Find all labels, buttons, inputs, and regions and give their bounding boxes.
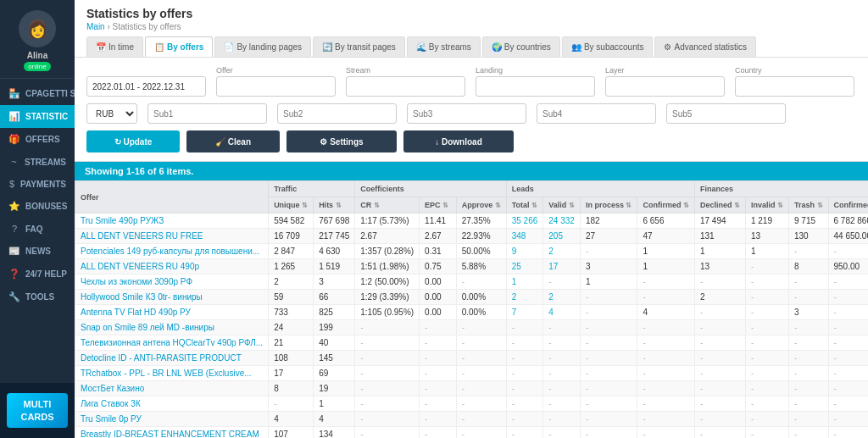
tab-by-countries[interactable]: 🌍 By countries: [482, 36, 560, 57]
sub2-input[interactable]: [277, 103, 397, 124]
sidebar-item-news[interactable]: 📰 NEWS: [0, 240, 75, 263]
col-trash[interactable]: Trash ⇅: [788, 197, 828, 213]
sidebar-item-payments[interactable]: $ PAYMENTS: [0, 173, 75, 195]
sidebar-item-streams[interactable]: ~ STREAMS: [0, 151, 75, 173]
country-group: Country: [735, 66, 854, 97]
col-valid[interactable]: Valid ⇅: [543, 197, 581, 213]
table-row: Detocline ID - ANTI-PARASITE PRODUCT1081…: [75, 351, 869, 366]
tab-by-transit-pages[interactable]: 🔄 By transit pages: [313, 36, 405, 57]
sub3-input[interactable]: [407, 103, 526, 124]
page-header: Statistics by offers Main › Statistics b…: [75, 0, 868, 58]
offer-cell[interactable]: Detocline ID - ANTI-PARASITE PRODUCT: [75, 351, 269, 366]
sub5-input[interactable]: [666, 103, 786, 124]
date-range-input[interactable]: [86, 76, 206, 97]
invalid-cell: -: [745, 381, 788, 396]
declined-cell: 1: [694, 244, 745, 259]
invalid-cell: 13: [745, 229, 788, 244]
offer-cell[interactable]: ALL DENT VENEERS RU FREE: [75, 229, 269, 244]
tab-in-time[interactable]: 📅 In time: [86, 36, 143, 57]
total-cell: -: [506, 366, 543, 381]
landing-input[interactable]: [476, 76, 595, 97]
offer-input[interactable]: [216, 76, 336, 97]
offer-cell[interactable]: Breastly ID-BREAST ENHANCEMENT CREAM: [75, 427, 269, 439]
download-button[interactable]: ↓ Download: [403, 130, 514, 152]
tab-by-subaccounts[interactable]: 👥 By subaccounts: [562, 36, 654, 57]
currency-select[interactable]: RUB: [86, 103, 137, 124]
sidebar-item-statistic[interactable]: 📊 STATISTIC: [0, 105, 75, 128]
offer-cell[interactable]: Potenciales 149 руб-капсулы для повышени…: [75, 244, 269, 259]
col-declined[interactable]: Declined ⇅: [694, 197, 745, 213]
user-profile[interactable]: 👩 Alina online: [0, 0, 75, 79]
faq-icon: ?: [8, 224, 20, 234]
offer-label: Offer: [216, 66, 336, 75]
confirmed-cell: -: [637, 290, 695, 305]
offer-cell[interactable]: МостБет Казино: [75, 381, 269, 396]
sidebar-item-tools[interactable]: 🔧 TooLs: [0, 286, 75, 308]
tab-advanced[interactable]: ⚙ Advanced statistics: [654, 36, 756, 57]
offer-cell[interactable]: ALL DENT VENEERS RU 490p: [75, 259, 269, 274]
tab-by-landing-pages[interactable]: 📄 By landing pages: [214, 36, 311, 57]
col-fin-confirmed[interactable]: Confirmed ⇅: [828, 197, 868, 213]
declined-cell: -: [694, 274, 745, 290]
sidebar-item-help[interactable]: ❓ 24/7 HELP: [0, 263, 75, 286]
breadcrumb-main[interactable]: Main: [86, 22, 105, 31]
clean-button[interactable]: 🧹 Clean: [186, 130, 280, 152]
epc-cell: 0.31: [420, 244, 457, 259]
col-invalid[interactable]: Invalid ⇅: [745, 197, 788, 213]
epc-cell: -: [420, 335, 457, 351]
total-cell: -: [506, 351, 543, 366]
offer-cell[interactable]: Лига Ставок ЗК: [75, 396, 269, 412]
table-area: Showing 1-16 of 6 items. Offer Traffic C…: [75, 162, 868, 438]
multi-cards-section[interactable]: MULTI CARDS: [0, 383, 75, 438]
in-process-cell: -: [580, 290, 637, 305]
approve-cell: 22.93%: [456, 229, 506, 244]
traffic-group: Traffic: [269, 181, 355, 197]
epc-cell: 11.41: [420, 213, 457, 229]
bonuses-icon: ⭐: [8, 201, 20, 212]
offer-cell[interactable]: Tru Smile 0p РУ: [75, 412, 269, 427]
offer-cell[interactable]: TRchatbox - PPL - BR LNL WEB (Exclusive.…: [75, 366, 269, 381]
offer-cell[interactable]: Snap on Smile 89 лей MD -виниры: [75, 320, 269, 335]
col-approve[interactable]: Approve ⇅: [456, 197, 506, 213]
tab-by-offers[interactable]: 📋 By offers: [145, 36, 213, 57]
streams-icon: ~: [8, 157, 19, 167]
offer-cell[interactable]: Чехлы из экономи 3090р РФ: [75, 274, 269, 290]
total-cell: -: [506, 335, 543, 351]
approve-cell: 0.00%: [456, 290, 506, 305]
hits-cell: 1: [314, 396, 355, 412]
col-cr[interactable]: CR ⇅: [355, 197, 420, 213]
col-offer-header[interactable]: Offer: [75, 181, 269, 213]
offer-cell[interactable]: Tru Smile 490p РУЖЗ: [75, 213, 269, 229]
valid-cell: -: [543, 320, 581, 335]
sidebar-item-bonuses[interactable]: ⭐ BONUSES: [0, 195, 75, 218]
unique-cell: 594 582: [269, 213, 314, 229]
country-input[interactable]: [735, 76, 854, 97]
trash-cell: 9 715: [788, 213, 828, 229]
sub1-input[interactable]: [147, 103, 267, 124]
offer-cell[interactable]: Antenna TV Flat HD 490p РУ: [75, 305, 269, 320]
col-hits[interactable]: Hits ⇅: [314, 197, 355, 213]
total-cell: 25: [506, 259, 543, 274]
sidebar-item-cpagetti-store[interactable]: 🏪 CPAGETTI STORE: [0, 82, 75, 105]
col-epc[interactable]: EPC ⇅: [420, 197, 457, 213]
offer-cell[interactable]: Телевизионная антена HQClearTv 490p РФЛ.…: [75, 335, 269, 351]
sidebar-item-faq[interactable]: ? FAQ: [0, 218, 75, 240]
layer-input[interactable]: [605, 76, 725, 97]
epc-cell: -: [420, 412, 457, 427]
col-total[interactable]: Total ⇅: [506, 197, 543, 213]
settings-button[interactable]: ⚙ Settings: [287, 130, 397, 152]
update-button[interactable]: ↻ Update: [86, 130, 180, 152]
approve-cell: -: [456, 274, 506, 290]
sidebar-item-offers[interactable]: 🎁 OFFERS: [0, 128, 75, 151]
tab-by-streams[interactable]: 🌊 By streams: [407, 36, 481, 57]
stream-input[interactable]: [346, 76, 465, 97]
landing-group: Landing: [476, 66, 595, 97]
table-row: Potenciales 149 руб-капсулы для повышени…: [75, 244, 869, 259]
table-row: Лига Ставок ЗК-1-------------: [75, 396, 869, 412]
col-in-process[interactable]: In process ⇅: [580, 197, 637, 213]
offer-cell[interactable]: Hollywood Smile КЗ 0tr- виниры: [75, 290, 269, 305]
stream-group: Stream: [346, 66, 465, 97]
sub4-input[interactable]: [537, 103, 656, 124]
col-confirmed[interactable]: Confirmed ⇅: [637, 197, 695, 213]
col-unique[interactable]: Unique ⇅: [269, 197, 314, 213]
